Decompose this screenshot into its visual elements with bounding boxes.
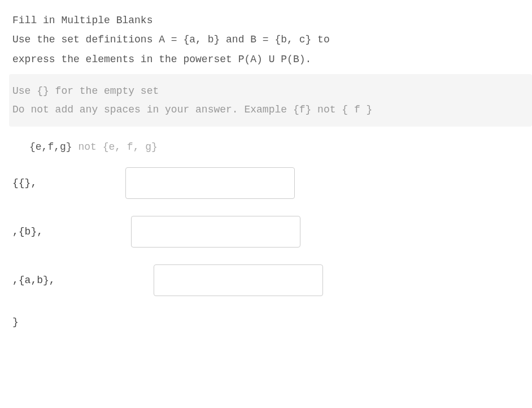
hint-box: Use {} for the empty set Do not add any … xyxy=(9,74,532,127)
blank-input-1[interactable] xyxy=(125,167,295,199)
blank-row-3: ,{a,b}, xyxy=(12,264,532,296)
closing-brace: } xyxy=(12,313,532,331)
example-line: {e,f,g} not {e, f, g} xyxy=(29,138,532,156)
blank-row-2: ,{b}, xyxy=(12,216,532,248)
blank-prefix-3: ,{a,b}, xyxy=(12,271,154,289)
example-separator: not xyxy=(72,141,103,153)
example-bad: {e, f, g} xyxy=(103,141,158,153)
question-prompt-line1: Use the set definitions A = {a, b} and B… xyxy=(12,31,532,49)
hint-line-2: Do not add any spaces in your answer. Ex… xyxy=(12,101,529,119)
hint-line-1: Use {} for the empty set xyxy=(12,82,529,100)
blank-prefix-1: {{}, xyxy=(12,174,125,192)
blank-input-3[interactable] xyxy=(154,264,323,296)
blank-input-2[interactable] xyxy=(131,216,300,248)
blank-row-1: {{}, xyxy=(12,167,532,199)
question-prompt-line2: express the elements in the powerset P(A… xyxy=(12,50,532,68)
blank-prefix-2: ,{b}, xyxy=(12,223,131,241)
example-good: {e,f,g} xyxy=(29,141,72,153)
question-type-title: Fill in Multiple Blanks xyxy=(12,11,532,29)
